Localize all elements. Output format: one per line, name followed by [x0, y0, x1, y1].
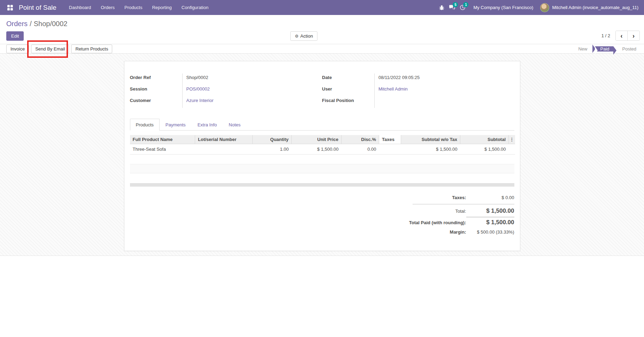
cell-discount: 0.00 — [342, 144, 379, 155]
margin-label: Margin: — [450, 229, 466, 235]
taxes-label: Taxes: — [452, 195, 466, 200]
status-paid-active[interactable]: Paid — [595, 45, 613, 53]
breadcrumb-current: Shop/0002 — [34, 20, 68, 28]
field-user: User Mitchell Admin — [322, 85, 514, 96]
field-group-left: Order Ref Shop/0002 Session POS/00002 Cu… — [130, 73, 322, 108]
col-header-subtotal[interactable]: Subtotal — [460, 135, 509, 144]
margin-value: $ 500.00 (33.33%) — [466, 229, 514, 235]
column-options-button[interactable] — [509, 135, 515, 144]
debug-bug-icon[interactable] — [436, 0, 447, 15]
field-label: Date — [322, 73, 374, 85]
menu-dashboard[interactable]: Dashboard — [64, 0, 96, 15]
pager: 1 / 2 — [601, 31, 640, 41]
cell-subtotal-wo-tax: $ 1,500.00 — [401, 144, 460, 155]
gear-icon — [295, 33, 299, 39]
field-label: Order Ref — [130, 73, 182, 85]
user-menu[interactable]: Mitchell Admin (invoice_automate_aug_11) — [552, 5, 638, 10]
totals-total-row: Total: $ 1,500.00 — [455, 207, 514, 214]
field-value-empty — [374, 96, 514, 108]
horizontal-scrollbar[interactable] — [130, 183, 514, 187]
tab-extra-info[interactable]: Extra Info — [192, 119, 223, 131]
apps-grid-icon — [7, 5, 13, 10]
pager-count: 1 / 2 — [601, 33, 610, 38]
form-background: Order Ref Shop/0002 Session POS/00002 Cu… — [0, 54, 644, 256]
field-label: Session — [130, 85, 182, 96]
col-header-full-product-name[interactable]: Full Product Name — [130, 135, 195, 144]
col-header-discount[interactable]: Disc.% — [342, 135, 379, 144]
menu-products[interactable]: Products — [120, 0, 147, 15]
action-button[interactable]: Action — [290, 31, 317, 41]
col-header-quantity[interactable]: Quantity — [253, 135, 292, 144]
cell-taxes — [379, 144, 401, 155]
chevron-left-icon — [621, 33, 623, 39]
col-header-taxes[interactable]: Taxes — [379, 135, 401, 144]
status-posted[interactable]: Posted — [618, 45, 641, 53]
order-lines-table: Full Product Name Lot/serial Number Quan… — [130, 135, 515, 155]
tab-products[interactable]: Products — [130, 119, 160, 131]
table-header-row: Full Product Name Lot/serial Number Quan… — [130, 135, 515, 144]
send-by-email-button[interactable]: Send By Email — [31, 45, 69, 53]
col-header-unit-price[interactable]: Unit Price — [292, 135, 342, 144]
control-panel: Orders/Shop/0002 Edit Action 1 / 2 — [0, 15, 644, 44]
table-row[interactable]: Three-Seat Sofa 1.00 $ 1,500.00 0.00 $ 1… — [130, 144, 515, 155]
edit-button[interactable]: Edit — [6, 31, 24, 41]
table-spacer — [130, 173, 514, 183]
return-products-button[interactable]: Return Products — [71, 45, 112, 53]
field-group-right: Date 08/11/2022 09:05:25 User Mitchell A… — [322, 73, 514, 108]
menu-reporting[interactable]: Reporting — [147, 0, 176, 15]
empty-table-row-shaded — [130, 164, 514, 173]
total-label: Total: — [455, 209, 466, 214]
cell-lot — [195, 144, 253, 155]
menu-configuration[interactable]: Configuration — [177, 0, 213, 15]
tab-notes[interactable]: Notes — [223, 119, 246, 131]
field-label: User — [322, 85, 374, 96]
tab-payments[interactable]: Payments — [160, 119, 192, 131]
taxes-value: $ 0.00 — [466, 195, 514, 200]
systray: 5 1 My Company (San Francisco) Mitchell … — [436, 0, 640, 15]
breadcrumb-orders-link[interactable]: Orders — [6, 20, 28, 28]
total-paid-value: $ 1,500.00 — [466, 217, 514, 226]
user-avatar[interactable] — [540, 3, 549, 12]
top-navbar: Point of Sale Dashboard Orders Products … — [0, 0, 644, 15]
field-groups: Order Ref Shop/0002 Session POS/00002 Cu… — [130, 61, 514, 108]
col-header-lot-serial[interactable]: Lot/serial Number — [195, 135, 253, 144]
cell-product: Three-Seat Sofa — [130, 144, 195, 155]
form-sheet: Order Ref Shop/0002 Session POS/00002 Cu… — [124, 61, 520, 251]
customer-link[interactable]: Azure Interior — [182, 96, 322, 108]
main-menu: Dashboard Orders Products Reporting Conf… — [64, 0, 213, 15]
field-value: 08/11/2022 09:05:25 — [374, 73, 514, 85]
apps-menu-button[interactable] — [5, 0, 15, 15]
field-label: Fiscal Position — [322, 96, 374, 108]
totals-taxes-row: Taxes: $ 0.00 — [452, 195, 514, 200]
pager-previous-button[interactable] — [616, 31, 628, 40]
company-switcher[interactable]: My Company (San Francisco) — [473, 5, 533, 10]
field-session: Session POS/00002 — [130, 85, 322, 96]
app-title[interactable]: Point of Sale — [19, 4, 56, 11]
breadcrumb-separator: / — [28, 20, 34, 28]
status-new[interactable]: New — [574, 45, 591, 53]
col-header-subtotal-wo-tax[interactable]: Subtotal w/o Tax — [401, 135, 460, 144]
breadcrumb: Orders/Shop/0002 — [0, 15, 644, 28]
cell-subtotal: $ 1,500.00 — [460, 144, 509, 155]
user-link[interactable]: Mitchell Admin — [374, 85, 514, 96]
totals-paid-row: Total Paid (with rounding): $ 1,500.00 — [409, 215, 514, 226]
activities-clock-icon[interactable]: 1 — [457, 0, 468, 15]
status-widget: New Paid Posted — [574, 45, 641, 53]
vertical-dots-icon — [509, 137, 514, 142]
activities-badge: 1 — [463, 2, 468, 7]
screen: Point of Sale Dashboard Orders Products … — [0, 0, 644, 337]
chevron-right-icon — [632, 33, 635, 39]
field-label: Customer — [130, 96, 182, 108]
pager-next-button[interactable] — [628, 31, 639, 40]
messages-icon[interactable]: 5 — [447, 0, 457, 15]
session-link[interactable]: POS/00002 — [182, 85, 322, 96]
field-customer: Customer Azure Interior — [130, 96, 322, 108]
total-paid-label: Total Paid (with rounding): — [409, 220, 466, 225]
field-order-ref: Order Ref Shop/0002 — [130, 73, 322, 85]
field-fiscal-position: Fiscal Position — [322, 96, 514, 108]
menu-orders[interactable]: Orders — [96, 0, 120, 15]
cell-quantity: 1.00 — [253, 144, 292, 155]
field-date: Date 08/11/2022 09:05:25 — [322, 73, 514, 85]
invoice-button[interactable]: Invoice — [6, 45, 29, 53]
action-button-label: Action — [300, 33, 313, 39]
